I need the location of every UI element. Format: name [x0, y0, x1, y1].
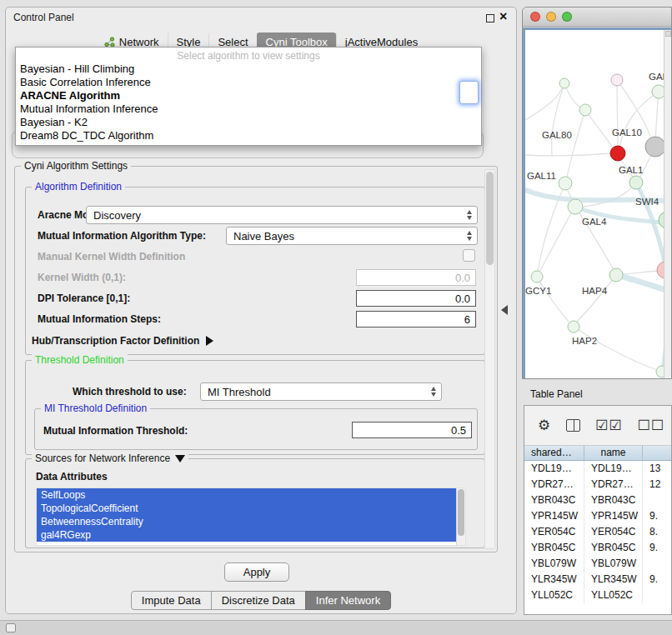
float-window-icon[interactable] [486, 14, 494, 22]
mi-steps-field[interactable]: 6 [356, 311, 476, 328]
network-canvas[interactable]: GALGAL80GAL10GAL11GAL1SWI4GAL4GCY1HAP4HA… [525, 30, 671, 378]
network-window-titlebar[interactable] [523, 8, 671, 27]
combo-arrows-icon [467, 210, 472, 220]
table-row[interactable]: YDL19…YDL19…13 [524, 461, 671, 477]
attribute-item-gal4rgexp[interactable]: gal4RGexp [37, 528, 465, 542]
table-row[interactable]: YDR27…YDR27…12 [524, 477, 671, 492]
mi-algorithm-type-select[interactable]: Naive Bayes [226, 227, 478, 245]
network-edge[interactable] [525, 153, 611, 156]
select-all-icon[interactable]: ☑☑ [595, 418, 622, 432]
tab-infer-network[interactable]: Infer Network [305, 591, 391, 610]
attribute-item-topologicalcoefficient[interactable]: TopologicalCoefficient [37, 502, 465, 515]
which-threshold-value: MI Threshold [208, 386, 271, 398]
node-label-gal4: GAL4 [582, 217, 607, 227]
columns-icon[interactable] [566, 419, 580, 432]
network-edge[interactable] [574, 327, 657, 370]
network-edge[interactable] [584, 182, 636, 207]
network-edge[interactable] [525, 87, 563, 120]
table-row[interactable]: YBL079WYBL079W [524, 556, 671, 572]
scrollbar-thumb[interactable] [458, 489, 464, 536]
table-cell: 13 [643, 461, 671, 477]
close-traffic-light[interactable] [530, 12, 540, 22]
focused-field-fragment[interactable] [459, 81, 479, 104]
network-node[interactable] [559, 177, 572, 190]
algorithm-option-basic-correlation-inference[interactable]: Basic Correlation Inference [16, 76, 481, 89]
network-scrollbar[interactable] [664, 30, 671, 378]
network-node[interactable] [645, 137, 665, 157]
network-node[interactable] [629, 176, 643, 189]
column-header-name[interactable]: name [584, 446, 643, 460]
network-node[interactable] [531, 271, 543, 282]
network-edge[interactable] [537, 213, 571, 277]
network-node[interactable] [610, 146, 625, 161]
cyni-settings-title: Cyni Algorithm Settings [21, 160, 131, 172]
algorithm-definition-group: Algorithm Definition Aracne Mode: Discov… [25, 187, 485, 355]
table-row[interactable]: YLR345WYLR345W9. [524, 572, 671, 588]
which-threshold-select[interactable]: MI Threshold [200, 382, 442, 401]
sources-title-expander[interactable]: Sources for Network Inference [32, 452, 188, 464]
table-cell: 9. [643, 572, 671, 588]
deselect-all-icon[interactable]: ☐☐ [638, 418, 664, 432]
tab-impute-data[interactable]: Impute Data [131, 591, 212, 610]
panel-restore-icon[interactable] [6, 623, 16, 632]
column-header-shared-[interactable]: shared… [524, 446, 584, 460]
gear-icon[interactable]: ⚙ [538, 418, 551, 432]
table-cell: YDR27… [584, 477, 643, 492]
algorithm-option-bayesian-k2[interactable]: Bayesian - K2 [16, 116, 481, 129]
table-row[interactable]: YBR045CYBR045C9. [524, 540, 671, 556]
mi-threshold-field[interactable]: 0.5 [352, 422, 472, 438]
network-node[interactable] [579, 104, 591, 116]
table-cell: YDL19… [584, 461, 643, 477]
close-icon[interactable]: × [499, 9, 507, 24]
panel-collapse-arrow-icon[interactable] [501, 305, 508, 315]
table-row[interactable]: YBR043CYBR043C [524, 492, 671, 508]
network-view-frame: GALGAL80GAL10GAL11GAL1SWI4GAL4GCY1HAP4HA… [523, 28, 671, 378]
attribute-item-selfloops[interactable]: SelfLoops [37, 488, 465, 502]
column-header-2[interactable] [643, 446, 671, 460]
hub-transcription-factor-expander[interactable]: Hub/Transcription Factor Definition [32, 335, 213, 347]
scrollbar-button[interactable] [665, 31, 671, 37]
algorithm-option-aracne-algorithm[interactable]: ARACNE Algorithm [16, 89, 481, 102]
network-edge[interactable] [585, 110, 613, 148]
network-edge[interactable] [537, 277, 569, 322]
algorithm-dropdown-popup: Select algorithm to view settingsBayesia… [15, 47, 482, 146]
table-cell: YDR27… [524, 477, 584, 492]
sources-group: Sources for Network Inference Data Attri… [25, 458, 485, 548]
table-cell [643, 492, 671, 508]
network-node[interactable] [611, 74, 623, 86]
network-edge[interactable] [567, 110, 585, 177]
scrollbar-thumb[interactable] [486, 172, 494, 265]
manual-kernel-width-checkbox[interactable] [463, 249, 475, 262]
table-row[interactable]: YER054CYER054C8. [524, 524, 671, 540]
kernel-width-field[interactable]: 0.0 [356, 269, 476, 286]
sources-title: Sources for Network Inference [35, 452, 170, 464]
dpi-tolerance-field[interactable]: 0.0 [356, 290, 476, 307]
tab-discretize-data[interactable]: Discretize Data [211, 591, 306, 610]
network-node[interactable] [559, 78, 569, 88]
table-cell: 12 [643, 477, 671, 492]
algorithm-option-mutual-information-inference[interactable]: Mutual Information Inference [16, 102, 481, 116]
aracne-mode-select[interactable]: Discovery [86, 206, 478, 224]
status-strip [0, 620, 672, 635]
apply-button[interactable]: Apply [224, 562, 289, 582]
network-node[interactable] [609, 268, 623, 282]
attribute-list-scrollbar[interactable] [456, 488, 465, 545]
attribute-item-betweennesscentrality[interactable]: BetweennessCentrality [37, 515, 465, 528]
table-cell: YBR045C [524, 540, 584, 556]
algorithm-option-dream8-dc-tdc-algorithm[interactable]: Dream8 DC_TDC Algorithm [16, 129, 481, 142]
zoom-traffic-light[interactable] [562, 12, 572, 22]
network-node[interactable] [568, 199, 583, 214]
minimize-traffic-light[interactable] [546, 12, 556, 22]
mi-steps-label: Mutual Information Steps: [38, 313, 161, 325]
table-row[interactable]: YPR145WYPR145W9. [524, 508, 671, 524]
combo-arrows-icon [467, 231, 472, 241]
network-node[interactable] [568, 321, 579, 332]
network-edge[interactable] [577, 275, 616, 322]
algorithm-option-bayesian-hill-climbing[interactable]: Bayesian - Hill Climbing [16, 62, 481, 76]
mi-threshold-definition-group: MI Threshold Definition Mutual Informati… [34, 408, 478, 450]
table-cell: 9. [643, 540, 671, 556]
table-row[interactable]: YLL052CYLL052C [524, 588, 671, 603]
settings-scrollbar[interactable] [484, 169, 495, 549]
table-cell: YLL052C [524, 588, 584, 603]
node-label-hap4: HAP4 [582, 286, 608, 296]
